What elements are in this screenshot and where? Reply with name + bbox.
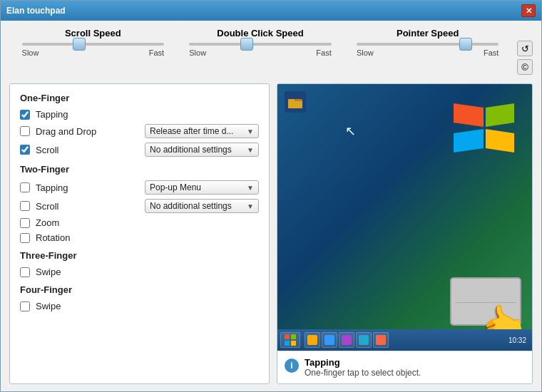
start-button [280, 332, 300, 348]
swipe-checkbox-four[interactable] [20, 301, 30, 311]
window-title: Elan touchpad [6, 6, 66, 16]
taskbar-icon-3 [339, 332, 354, 348]
reset-icons: ↺ © [517, 41, 533, 75]
scroll-dropdown-two-text: No additional settings [150, 201, 232, 211]
tapping-dropdown-two[interactable]: Pop-up Menu ▼ [145, 180, 259, 195]
taskbar-icon-2 [322, 332, 337, 348]
scroll-checkbox-two[interactable] [20, 201, 30, 211]
tapping-row-two: Tapping Pop-up Menu ▼ [20, 180, 259, 195]
windows-logo [454, 98, 514, 158]
drag-drop-row: Drag and Drop Release after time d... ▼ [20, 124, 259, 138]
rotation-checkbox[interactable] [20, 233, 30, 243]
double-click-speed-max: Fast [316, 48, 331, 57]
right-panel: ↖ 🤙 [277, 83, 533, 384]
main-area: One-Finger Tapping Drag and Drop Release… [9, 83, 533, 384]
info-icon: i [285, 359, 299, 373]
copyright-button[interactable]: © [517, 59, 533, 75]
scroll-speed-max: Fast [149, 48, 164, 57]
scroll-speed-thumb[interactable] [73, 38, 86, 51]
desktop-preview: ↖ 🤙 [277, 84, 532, 351]
swipe-checkbox-three[interactable] [20, 267, 30, 277]
taskbar-icon-4 [356, 332, 372, 348]
three-finger-title: Three-Finger [20, 250, 259, 261]
svg-rect-2 [288, 99, 295, 102]
zoom-row: Zoom [20, 217, 259, 228]
tapping-label-one: Tapping [36, 109, 68, 120]
title-bar: Elan touchpad ✕ [1, 1, 541, 21]
clock-display: 10:32 [508, 336, 526, 344]
svg-rect-9 [285, 341, 290, 346]
taskbar: 10:32 [277, 329, 532, 351]
scroll-dropdown-two-arrow: ▼ [247, 202, 254, 210]
svg-rect-7 [285, 334, 290, 339]
info-description: One-finger tap to select object. [305, 368, 421, 378]
double-click-speed-track-container [177, 43, 344, 46]
svg-marker-5 [454, 129, 484, 153]
pointer-speed-max: Fast [484, 48, 498, 57]
content-area: Scroll Speed Slow Fast Double Click Spee… [1, 21, 541, 391]
two-finger-title: Two-Finger [20, 164, 259, 175]
svg-marker-4 [486, 103, 514, 127]
scroll-speed-min: Slow [22, 48, 39, 57]
scroll-dropdown-one[interactable]: No additional settings ▼ [145, 143, 259, 157]
drag-drop-dropdown-arrow: ▼ [247, 128, 254, 135]
drag-drop-label: Drag and Drop [36, 126, 96, 137]
svg-rect-1 [288, 101, 302, 108]
tapping-dropdown-two-text: Pop-up Menu [150, 182, 201, 192]
scroll-speed-minmax: Slow Fast [22, 48, 164, 57]
scroll-speed-group: Scroll Speed Slow Fast [9, 28, 177, 57]
close-button[interactable]: ✕ [521, 4, 536, 17]
scroll-speed-track [22, 43, 164, 46]
scroll-label-one: Scroll [36, 145, 59, 155]
main-window: Elan touchpad ✕ Scroll Speed Slow Fast [0, 0, 542, 392]
info-bar: i Tapping One-finger tap to select objec… [277, 351, 532, 383]
scroll-checkbox-one[interactable] [20, 145, 30, 155]
tapping-checkbox-one[interactable] [20, 110, 30, 120]
drag-drop-checkbox[interactable] [20, 126, 30, 136]
system-tray: 10:32 [508, 336, 529, 344]
info-text-block: Tapping One-finger tap to select object. [305, 357, 421, 378]
swipe-label-three: Swipe [36, 267, 61, 277]
pointer-speed-minmax: Slow Fast [357, 48, 498, 57]
swipe-label-four: Swipe [36, 301, 61, 311]
pointer-speed-thumb[interactable] [459, 38, 472, 51]
pointer-speed-track [357, 43, 498, 46]
reset-button[interactable]: ↺ [517, 41, 533, 56]
scroll-dropdown-one-text: No additional settings [150, 145, 232, 155]
swipe-row-three: Swipe [20, 267, 259, 277]
drag-drop-dropdown[interactable]: Release after time d... ▼ [145, 124, 259, 138]
scroll-row-two: Scroll No additional settings ▼ [20, 199, 259, 213]
info-title: Tapping [305, 357, 421, 368]
double-click-speed-group: Double Click Speed Slow Fast [177, 28, 344, 57]
desktop-background: ↖ 🤙 [277, 84, 532, 351]
sliders-row: Scroll Speed Slow Fast Double Click Spee… [9, 28, 533, 75]
pointer-speed-label: Pointer Speed [397, 28, 459, 38]
scroll-speed-label: Scroll Speed [65, 28, 121, 38]
left-panel: One-Finger Tapping Drag and Drop Release… [9, 83, 270, 384]
zoom-checkbox[interactable] [20, 218, 30, 228]
scroll-label-two: Scroll [36, 201, 59, 212]
tapping-row-one: Tapping [20, 109, 259, 120]
double-click-speed-track [189, 43, 331, 46]
scroll-dropdown-two[interactable]: No additional settings ▼ [145, 199, 259, 213]
taskbar-icon-1 [305, 332, 320, 348]
scroll-row-one: Scroll No additional settings ▼ [20, 143, 259, 157]
tapping-dropdown-two-arrow: ▼ [247, 184, 254, 192]
swipe-row-four: Swipe [20, 301, 259, 311]
svg-rect-8 [291, 334, 296, 339]
scroll-dropdown-one-arrow: ▼ [247, 146, 254, 154]
rotation-label: Rotation [36, 232, 70, 243]
desktop-folder-icon [285, 91, 306, 113]
double-click-speed-thumb[interactable] [240, 38, 253, 51]
drag-drop-dropdown-text: Release after time d... [150, 126, 233, 136]
svg-marker-3 [454, 103, 484, 127]
tapping-checkbox-two[interactable] [20, 182, 30, 192]
scroll-speed-track-container [9, 43, 177, 46]
svg-marker-6 [486, 129, 514, 153]
zoom-label: Zoom [36, 217, 59, 228]
cursor-icon: ↖ [345, 123, 356, 139]
one-finger-title: One-Finger [20, 93, 259, 103]
taskbar-icon-5 [373, 332, 389, 348]
tapping-label-two: Tapping [36, 182, 68, 193]
double-click-speed-label: Double Click Speed [217, 28, 303, 38]
